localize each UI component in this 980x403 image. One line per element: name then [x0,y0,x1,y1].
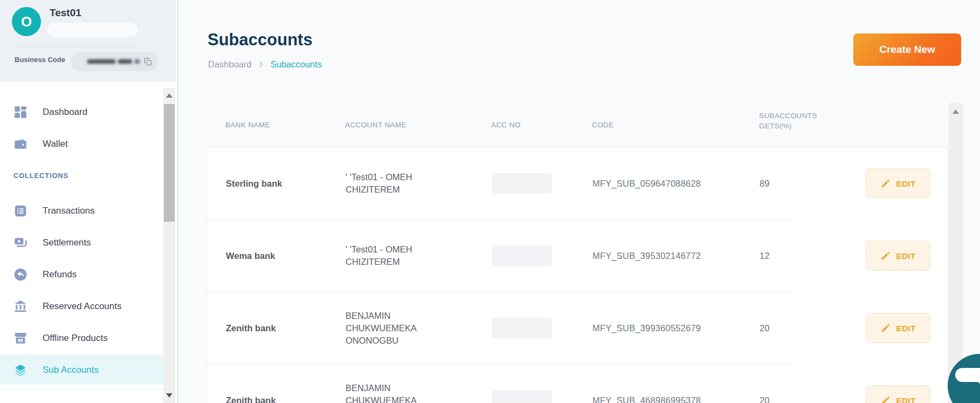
business-code-pill[interactable] [71,52,158,71]
edit-button[interactable]: EDIT [866,168,930,199]
acc-no-redacted [492,173,552,194]
column-header-subaccounts-gets: SUBACCOUNTS GETS(%) [759,111,819,132]
collections-section-label: COLLECTIONS [13,172,163,180]
subaccounts-table: Sterling bank ' 'Test01 - OMEH CHIZITERE… [206,147,949,403]
gets-percent-cell: 20 [760,395,769,403]
bank-name-cell: Wema bank [226,251,275,261]
sidebar-item-reserved-accounts[interactable]: Reserved Accounts [0,291,163,321]
acc-no-cell [492,245,552,266]
account-name-cell: ' 'Test01 - OMEH CHIZITEREM [346,171,440,196]
business-code-label: Business Code [15,56,65,64]
subaccounts-page: O Test01 Business Code Dashboard Wallet … [0,0,980,403]
pencil-icon [880,395,891,403]
refunds-icon [13,268,27,282]
wallet-icon [13,137,27,151]
subaccount-code-cell: MFY_SUB_399360552679 [592,323,701,333]
gets-percent-cell: 12 [760,251,769,261]
sidebar-item-refunds[interactable]: Refunds [0,259,163,289]
pencil-icon [880,179,891,189]
subaccount-code-cell: MFY_SUB_468986995378 [592,395,701,403]
subaccount-code-cell: MFY_SUB_395302146772 [592,251,701,261]
edit-button[interactable]: EDIT [866,241,930,271]
table-scrollbar[interactable] [949,103,963,403]
account-name-cell: BENJAMIN CHUKWUEMEKA ONONOGBU [346,310,440,346]
column-header-bank-name: BANK NAME [225,121,270,129]
table-row: Zenith bank BENJAMIN CHUKWUEMEKA ONONOGB… [207,364,948,403]
scroll-up-arrow-icon[interactable] [166,93,172,98]
scroll-down-arrow-icon[interactable] [166,393,172,398]
sidebar-item-settlements[interactable]: Settlements [0,228,163,257]
business-code-value-redacted [87,59,140,64]
edit-button[interactable]: EDIT [866,385,930,403]
edit-button[interactable]: EDIT [866,313,930,343]
transactions-icon [13,204,27,218]
sidebar-nav: Dashboard Wallet COLLECTIONS Transaction… [0,82,163,390]
sidebar-item-transactions[interactable]: Transactions [0,196,163,226]
bank-name-cell: Zenith bank [226,395,276,403]
layers-icon [13,363,27,377]
settlements-icon [13,236,27,250]
divider [12,46,139,47]
pencil-icon [880,323,891,333]
acc-no-cell [492,173,552,194]
acc-no-cell [492,318,552,338]
bank-name-cell: Zenith bank [226,323,276,333]
breadcrumb-dashboard[interactable]: Dashboard [208,59,252,70]
main-content: Subaccounts Dashboard Subaccounts Create… [178,0,980,403]
sidebar-scrollbar-thumb[interactable] [164,104,175,222]
table-row: Zenith bank BENJAMIN CHUKWUEMEKA ONONOGB… [207,292,948,364]
acc-no-redacted [492,318,552,338]
avatar: O [12,7,41,36]
divider [0,389,163,390]
redacted-user-email [47,23,138,37]
gets-percent-cell: 20 [760,323,769,333]
acc-no-redacted [492,245,552,266]
breadcrumb: Dashboard Subaccounts [208,59,322,70]
subaccount-code-cell: MFY_SUB_059647088628 [592,179,701,189]
sidebar-item-dashboard[interactable]: Dashboard [0,97,163,127]
copy-icon[interactable] [143,57,153,66]
gets-percent-cell: 89 [760,179,769,189]
user-section: O Test01 Business Code [0,0,176,82]
sidebar-item-wallet[interactable]: Wallet [0,129,163,159]
bank-icon [13,299,27,313]
chevron-right-icon [258,61,264,68]
column-header-code: CODE [592,121,614,129]
sidebar-item-offline-products[interactable]: Offline Products [0,323,163,353]
sidebar: O Test01 Business Code Dashboard Wallet … [0,0,178,403]
column-header-account-name: ACCOUNT NAME [345,121,406,129]
page-title: Subaccounts [208,30,313,50]
breadcrumb-subaccounts[interactable]: Subaccounts [271,59,322,70]
scroll-up-arrow-icon[interactable] [953,110,959,114]
dashboard-icon [13,105,27,119]
table-row: Sterling bank ' 'Test01 - OMEH CHIZITERE… [207,147,948,220]
column-header-acc-no: ACC NO [491,121,521,129]
account-name-cell: BENJAMIN CHUKWUEMEKA ONONOGBU [346,382,440,403]
acc-no-cell [492,390,552,403]
pencil-icon [880,251,891,261]
table-row: Wema bank ' 'Test01 - OMEH CHIZITEREM MF… [207,220,948,292]
bank-name-cell: Sterling bank [226,179,282,189]
business-name: Test01 [50,7,81,19]
sidebar-scrollbar[interactable] [163,88,175,403]
sidebar-item-sub-accounts[interactable]: Sub Accounts [0,355,163,385]
create-new-button[interactable]: Create New [853,33,961,66]
acc-no-redacted [492,390,552,403]
chat-icon [955,368,980,382]
storefront-icon [13,331,27,345]
account-name-cell: ' 'Test01 - OMEH CHIZITEREM [346,243,440,268]
